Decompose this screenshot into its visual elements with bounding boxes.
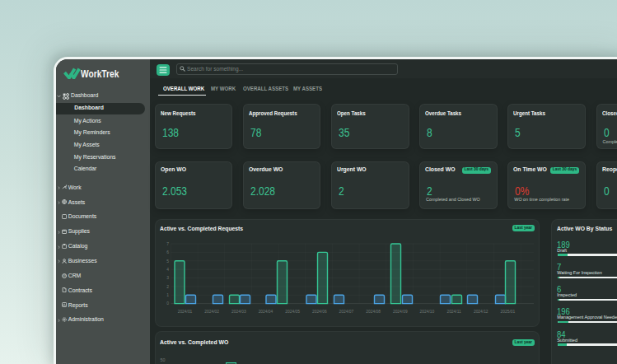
svg-text:5: 5 <box>166 259 169 264</box>
svg-text:7: 7 <box>166 241 169 246</box>
svg-text:4: 4 <box>166 267 169 272</box>
svg-text:2024/06: 2024/06 <box>311 310 326 314</box>
svg-text:2025/01: 2025/01 <box>500 310 515 314</box>
svg-text:2024/11: 2024/11 <box>446 310 461 314</box>
svg-text:2024/09: 2024/09 <box>392 310 407 314</box>
svg-text:2024/02: 2024/02 <box>204 310 219 314</box>
svg-text:3: 3 <box>166 276 169 281</box>
svg-text:2024/12: 2024/12 <box>473 310 488 314</box>
svg-text:@: @ <box>63 274 66 278</box>
svg-text:2024/10: 2024/10 <box>419 310 434 314</box>
svg-text:1: 1 <box>166 292 169 297</box>
svg-text:2024/01: 2024/01 <box>177 310 192 314</box>
svg-text:2024/05: 2024/05 <box>285 310 300 314</box>
svg-text:2: 2 <box>166 284 169 289</box>
svg-text:6: 6 <box>166 250 169 255</box>
svg-text:2024/07: 2024/07 <box>339 310 353 314</box>
svg-text:2024/08: 2024/08 <box>366 310 381 314</box>
svg-text:0: 0 <box>166 301 169 306</box>
svg-text:2024/03: 2024/03 <box>231 310 245 314</box>
svg-text:2024/04: 2024/04 <box>258 310 273 314</box>
